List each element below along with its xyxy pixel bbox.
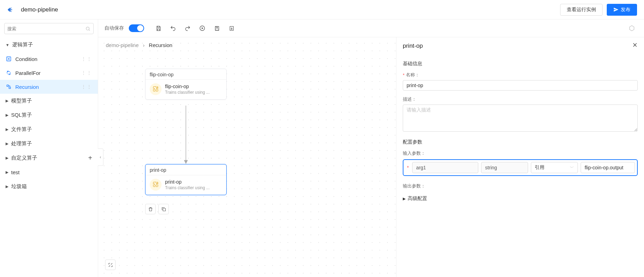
caret-right-icon: ▶ xyxy=(6,99,8,103)
sidebar-group-label: 自定义算子 xyxy=(11,155,37,161)
puzzle-icon xyxy=(150,83,162,95)
name-label: *名称： xyxy=(403,72,638,78)
param-type-cell: string xyxy=(481,162,528,173)
settings-hex-button[interactable] xyxy=(626,22,638,34)
node-flip-coin[interactable]: flip-coin-op flip-coin-op Trains classif… xyxy=(145,69,227,100)
section-config-params: 配置参数 xyxy=(403,139,638,145)
close-panel-button[interactable] xyxy=(632,42,638,49)
expand-icon xyxy=(108,262,113,268)
save-icon xyxy=(156,25,162,31)
sidebar-group-label: 垃圾箱 xyxy=(11,183,27,190)
recursion-icon xyxy=(6,84,12,90)
export-icon xyxy=(214,25,220,31)
page-title: demo-pipeline xyxy=(21,6,58,13)
sidebar-group-test[interactable]: ▶test xyxy=(0,165,98,179)
save-button[interactable] xyxy=(152,22,164,34)
caret-right-icon: ▶ xyxy=(6,141,8,146)
desc-textarea[interactable] xyxy=(403,105,638,132)
sidebar-group-label: SQL算子 xyxy=(11,112,32,118)
node-name: print-op xyxy=(165,179,210,185)
param-mode-select[interactable]: 引用 ﹀ xyxy=(531,162,578,173)
node-name: flip-coin-op xyxy=(165,84,210,89)
node-subtitle: Trains classifier using ... xyxy=(165,90,210,95)
puzzle-icon xyxy=(150,179,162,191)
sidebar-item-parallelfor[interactable]: ParallelFor ⋮⋮ xyxy=(0,66,98,80)
sidebar-group-label: 处理算子 xyxy=(11,140,32,147)
play-circle-icon xyxy=(199,25,205,31)
autosave-label: 自动保存 xyxy=(104,25,124,31)
param-value-input[interactable]: flip-coin-op.output xyxy=(581,162,635,173)
output-params-label: 输出参数： xyxy=(403,183,638,189)
condition-icon xyxy=(6,56,12,62)
caret-right-icon: ▶ xyxy=(6,127,8,132)
add-icon[interactable]: + xyxy=(88,154,92,162)
sidebar-group-logic[interactable]: ▼ 逻辑算子 xyxy=(0,38,98,52)
close-icon xyxy=(632,42,638,48)
sidebar-group-sql[interactable]: ▶SQL算子 xyxy=(0,108,98,122)
sidebar-group-file[interactable]: ▶文件算子 xyxy=(0,122,98,137)
hexagon-icon xyxy=(629,25,635,31)
sidebar-group-label: test xyxy=(11,169,19,175)
section-basic-info: 基础信息 xyxy=(403,61,638,67)
node-title: print-op xyxy=(146,164,226,175)
search-input[interactable] xyxy=(7,26,85,31)
publish-label: 发布 xyxy=(621,7,630,13)
fullscreen-button[interactable] xyxy=(105,260,116,270)
send-icon xyxy=(613,7,619,12)
redo-icon xyxy=(184,25,191,31)
sidebar: ▼ 逻辑算子 Condition ⋮⋮ ParallelFor ⋮⋮ xyxy=(0,20,98,277)
publish-button[interactable]: 发布 xyxy=(607,4,637,16)
caret-right-icon: ▶ xyxy=(6,156,8,160)
breadcrumb-root[interactable]: demo-pipeline xyxy=(106,42,139,48)
drag-handle-icon[interactable]: ⋮⋮ xyxy=(81,84,92,90)
toolbar: 自动保存 xyxy=(98,20,644,37)
parallelfor-icon xyxy=(6,70,12,76)
properties-panel: print-op 基础信息 *名称： 描述： xyxy=(396,37,644,277)
undo-button[interactable] xyxy=(167,22,179,34)
sidebar-group-model[interactable]: ▶模型算子 xyxy=(0,94,98,108)
redo-button[interactable] xyxy=(182,22,194,34)
chevron-down-icon: ﹀ xyxy=(570,165,574,171)
search-input-wrap[interactable] xyxy=(4,23,94,34)
drag-handle-icon[interactable]: ⋮⋮ xyxy=(81,56,92,62)
autosave-switch[interactable] xyxy=(129,24,144,32)
input-params-label: 输入参数： xyxy=(403,150,638,156)
sidebar-item-condition[interactable]: Condition ⋮⋮ xyxy=(0,52,98,66)
copy-icon xyxy=(161,207,166,212)
breadcrumb: demo-pipeline › Recursion xyxy=(106,42,172,48)
caret-right-icon: ▶ xyxy=(403,197,406,201)
canvas[interactable]: ‹ demo-pipeline › Recursion flip-coin-op xyxy=(98,37,396,277)
import-button[interactable] xyxy=(226,22,237,34)
required-marker: * xyxy=(407,165,409,170)
svg-rect-3 xyxy=(9,87,11,89)
node-subtitle: Trains classifier using ... xyxy=(165,185,210,190)
trash-icon xyxy=(148,207,153,212)
desc-label: 描述： xyxy=(403,96,638,102)
svg-rect-2 xyxy=(7,85,9,87)
advanced-toggle[interactable]: ▶ 高级配置 xyxy=(403,195,638,202)
search-icon xyxy=(85,26,91,31)
export-button[interactable] xyxy=(211,22,223,34)
copy-node-button[interactable] xyxy=(158,204,169,214)
sidebar-item-label: Condition xyxy=(15,56,37,62)
run-button[interactable] xyxy=(196,22,208,34)
sidebar-group-label: 文件算子 xyxy=(11,126,32,133)
import-icon xyxy=(229,25,235,31)
sidebar-item-recursion[interactable]: Recursion ⋮⋮ xyxy=(0,80,98,94)
collapse-sidebar-handle[interactable]: ‹ xyxy=(98,148,103,166)
caret-right-icon: ▶ xyxy=(6,170,8,175)
undo-icon xyxy=(170,25,176,31)
name-input[interactable] xyxy=(403,80,638,91)
node-title: flip-coin-op xyxy=(146,69,226,80)
sidebar-group-trash[interactable]: ▶垃圾箱 xyxy=(0,179,98,194)
view-instances-button[interactable]: 查看运行实例 xyxy=(560,4,603,16)
drag-handle-icon[interactable]: ⋮⋮ xyxy=(81,70,92,76)
sidebar-item-label: ParallelFor xyxy=(15,70,41,76)
sidebar-group-label: 模型算子 xyxy=(11,98,32,104)
back-button[interactable] xyxy=(4,3,17,16)
sidebar-group-custom[interactable]: ▶自定义算子+ xyxy=(0,151,98,165)
caret-right-icon: ▶ xyxy=(6,113,8,117)
sidebar-group-process[interactable]: ▶处理算子 xyxy=(0,137,98,151)
delete-node-button[interactable] xyxy=(145,204,156,214)
node-print-op[interactable]: print-op print-op Trains classifier usin… xyxy=(145,164,227,195)
